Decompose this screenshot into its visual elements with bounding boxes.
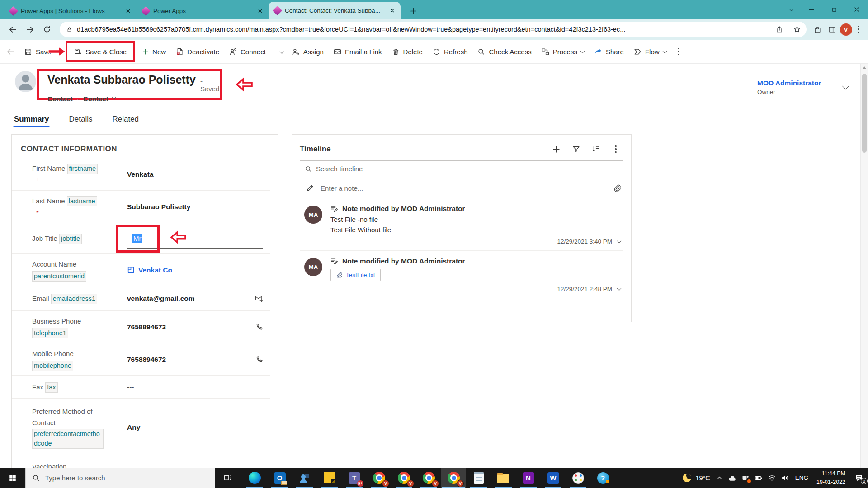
minimize-button[interactable] [800,0,823,19]
weather-moon-icon[interactable] [679,468,694,488]
taskbar-search-input[interactable] [45,474,208,482]
language-indicator[interactable]: ENG [792,474,812,481]
taskbar-chrome-2[interactable]: V [392,468,416,488]
taskbar-chrome-4-active[interactable]: V [441,468,466,488]
field-value[interactable]: 7658894673 [127,323,166,331]
browser-tab-1[interactable]: Power Apps | Solutions - Flows [5,3,137,19]
flow-button[interactable]: Flow [629,43,671,60]
timeline-entry[interactable]: MA Note modified by MOD Administrator Te… [300,250,623,298]
page-scrollbar[interactable] [860,64,868,468]
process-button[interactable]: Process [537,43,589,60]
timeline-search-box[interactable] [300,160,623,177]
send-email-icon[interactable] [255,295,263,303]
more-commands-chevron-icon[interactable] [277,47,287,56]
taskbar-chrome-1[interactable]: V [367,468,392,488]
scrollbar-thumb[interactable] [862,74,867,153]
timeline-filter-icon[interactable] [568,142,584,156]
action-center-icon[interactable]: 2 [850,468,868,488]
account-lookup-link[interactable]: Venkat Co [127,266,172,274]
phone-icon[interactable] [255,356,263,363]
tray-chevron-up-icon[interactable] [713,468,726,488]
timeline-entry[interactable]: MA Note modified by MOD Administrator Te… [300,198,623,250]
header-expand-chevron-icon[interactable] [842,83,849,90]
command-overflow-icon[interactable] [671,48,686,56]
attachment-chip[interactable]: TestFile.txt [330,269,381,281]
check-access-button[interactable]: Check Access [472,43,536,60]
owner-block[interactable]: MOD Administrator Owner [757,79,821,95]
taskbar-chrome-3[interactable]: V [416,468,441,488]
connect-button[interactable]: Connect [224,43,271,60]
timeline-add-icon[interactable] [548,142,564,156]
back-icon[interactable] [5,21,21,38]
taskbar-onenote[interactable]: N [516,468,541,488]
task-view-button[interactable] [215,468,240,488]
scroll-up-arrow[interactable] [863,66,866,69]
new-tab-button[interactable] [407,5,420,17]
tab-search-chevron-icon[interactable] [782,0,800,19]
reading-list-icon[interactable] [826,23,839,36]
forward-icon[interactable] [22,21,38,38]
teams-tray-icon[interactable] [739,468,752,488]
taskbar-word[interactable]: W [541,468,566,488]
form-selector-chevron-icon[interactable] [112,95,115,99]
browser-tab-3-active[interactable]: Contact: Contact: Venkata Subba... [269,2,401,19]
browser-menu-icon[interactable] [853,26,864,33]
refresh-button[interactable]: Refresh [428,43,473,60]
battery-icon[interactable] [752,468,765,488]
field-value[interactable]: venkata@gmail.com [127,295,195,303]
wifi-icon[interactable] [765,468,778,488]
phone-icon[interactable] [255,323,263,331]
contact-photo-avatar[interactable] [15,71,36,92]
tab-related[interactable]: Related [111,110,140,128]
share-button[interactable]: Share [589,43,629,60]
share-page-icon[interactable] [773,23,786,36]
save-and-close-button[interactable]: Save & Close [69,43,132,60]
tab-close-icon[interactable] [388,6,396,14]
note-expand-chevron-icon[interactable] [617,239,622,243]
browser-tab-2[interactable]: Power Apps [137,3,269,19]
address-bar[interactable]: d1acb6795ea54e61b5569c6257a0705f.crm.dyn… [60,22,807,37]
form-back-icon[interactable] [6,47,15,56]
note-expand-chevron-icon[interactable] [617,286,622,291]
delete-button[interactable]: Delete [387,43,428,60]
taskbar-people[interactable] [292,468,317,488]
new-button[interactable]: New [137,43,171,60]
onedrive-cloud-icon[interactable] [726,468,739,488]
deactivate-button[interactable]: Deactivate [171,43,224,60]
assign-button[interactable]: Assign [287,43,329,60]
taskbar-teams[interactable]: T 9+ [342,468,367,488]
browser-profile-avatar[interactable]: V [840,23,852,36]
taskbar-outlook[interactable]: O [267,468,292,488]
timeline-sort-icon[interactable] [588,142,604,156]
note-composer[interactable]: Enter a note... [300,177,623,198]
field-value[interactable]: --- [127,383,263,391]
bookmark-star-icon[interactable] [790,23,804,36]
timeline-more-icon[interactable] [608,142,623,156]
taskbar-search-box[interactable] [25,468,215,488]
attachment-filename[interactable]: TestFile.txt [346,272,375,278]
field-value[interactable]: 7658894672 [127,356,166,364]
field-value[interactable]: Subbarao Polisetty [127,203,263,211]
extensions-icon[interactable] [811,23,825,36]
field-value[interactable]: Venkata [127,170,263,178]
job-title-input[interactable]: Mr [127,229,263,249]
taskbar-clock[interactable]: 11:44 PM 19-01-2022 [812,469,850,486]
email-a-link-button[interactable]: Email a Link [329,43,387,60]
reload-icon[interactable] [39,21,55,38]
tab-details[interactable]: Details [68,110,93,128]
tab-close-icon[interactable] [124,7,132,15]
taskbar-paint[interactable] [566,468,590,488]
volume-icon[interactable] [778,468,792,488]
tab-close-icon[interactable] [256,7,264,15]
tab-summary[interactable]: Summary [13,110,50,128]
url-text[interactable]: d1acb6795ea54e61b5569c6257a0705f.crm.dyn… [77,26,769,33]
note-placeholder[interactable]: Enter a note... [321,184,607,192]
weather-temperature[interactable]: 19°C [694,474,712,482]
field-value[interactable]: Any [127,423,263,432]
maximize-button[interactable] [823,0,845,19]
taskbar-edge[interactable] [242,468,267,488]
taskbar-file-explorer[interactable] [491,468,516,488]
owner-name[interactable]: MOD Administrator [757,79,821,87]
taskbar-get-help[interactable]: ? [590,468,615,488]
timeline-search-input[interactable] [316,165,618,173]
